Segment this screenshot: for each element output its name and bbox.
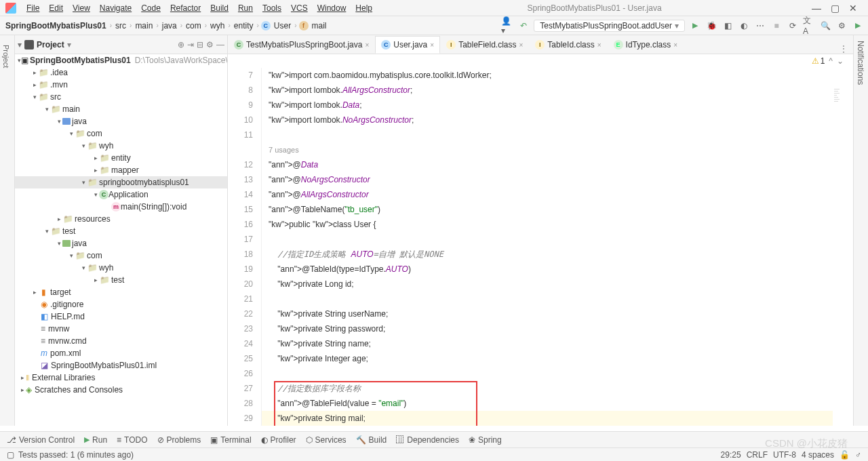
aix-icon[interactable]: ▶ xyxy=(852,20,864,32)
menu-vcs[interactable]: VCS xyxy=(286,3,313,13)
breadcrumb-item[interactable]: src xyxy=(114,20,127,31)
method-icon: m xyxy=(111,202,121,212)
main-menu-bar: File Edit View Navigate Code Refactor Bu… xyxy=(0,0,868,16)
tab-item[interactable]: ITableId.class× xyxy=(529,36,607,54)
breadcrumb-item[interactable]: java xyxy=(161,20,178,31)
app-logo xyxy=(5,3,16,14)
collapse-icon[interactable]: ⊟ xyxy=(197,40,203,49)
coverage-button[interactable]: ◧ xyxy=(722,20,734,32)
menu-refactor[interactable]: Refactor xyxy=(165,3,205,13)
class-icon: C xyxy=(261,21,271,31)
breadcrumb-class[interactable]: User xyxy=(273,20,292,31)
tab-item[interactable]: EIdType.class× xyxy=(608,36,684,54)
status-pos[interactable]: 29:25 xyxy=(721,450,741,460)
menu-help[interactable]: Help xyxy=(351,3,377,13)
window-controls: — ▢ ✕ xyxy=(812,3,857,14)
menu-file[interactable]: File xyxy=(22,3,44,13)
navigation-bar: SpringBootMybatisPlus01 ›src ›main ›java… xyxy=(0,16,868,35)
breadcrumb-item[interactable]: com xyxy=(184,20,203,31)
bt-profiler[interactable]: ◐ Profiler xyxy=(261,435,296,445)
menu-window[interactable]: Window xyxy=(313,3,351,13)
minimize-icon[interactable]: — xyxy=(812,3,821,14)
bt-version-control[interactable]: ⎇ Version Control xyxy=(7,435,75,445)
chevron-down-icon[interactable]: ▾ xyxy=(18,40,22,49)
tip-icon[interactable]: ♂ xyxy=(855,450,861,460)
tab-item[interactable]: ITableField.class× xyxy=(440,36,529,54)
expand-icon[interactable]: ⇥ xyxy=(187,40,194,49)
profile-button[interactable]: ◐ xyxy=(738,20,750,32)
minimap[interactable]: ▬▬▬▬▬▬▬▬▬▬▬▬▬▬▬▬▬▬▬▬▬▬▬ xyxy=(833,68,853,426)
left-tool-strip: Project Structure Bookmarks xyxy=(0,35,15,426)
breadcrumb-item[interactable]: entity xyxy=(233,20,255,31)
breadcrumb: SpringBootMybatisPlus01 ›src ›main ›java… xyxy=(4,20,501,31)
warning-badge[interactable]: ⚠1 xyxy=(812,56,825,66)
chevron-up-icon[interactable]: ^ xyxy=(829,56,833,66)
window-title: SpringBootMybatisPlus01 - User.java xyxy=(377,3,812,13)
tab-notifications[interactable]: Notifications xyxy=(854,38,867,426)
hide-icon[interactable]: — xyxy=(216,40,224,49)
chevron-down-icon[interactable]: ⌄ xyxy=(837,56,844,66)
bt-services[interactable]: ⬡ Services xyxy=(306,435,347,445)
project-label: Project xyxy=(37,40,64,49)
more-run-icon[interactable]: ⋯ xyxy=(754,20,766,32)
tab-project[interactable]: Project xyxy=(0,41,12,426)
project-tree[interactable]: ▣SpringBootMybatisPlus01D:\Tools\JavaWor… xyxy=(15,54,227,426)
menu-edit[interactable]: Edit xyxy=(44,3,68,13)
select-opened-icon[interactable]: ⊕ xyxy=(178,40,184,49)
bt-problems[interactable]: ⊘ Problems xyxy=(157,435,201,445)
breadcrumb-root[interactable]: SpringBootMybatisPlus01 xyxy=(4,20,108,31)
menu-run[interactable]: Run xyxy=(233,3,258,13)
breadcrumb-item[interactable]: wyh xyxy=(209,20,226,31)
settings-icon[interactable]: ⚙ xyxy=(835,20,848,32)
back-icon[interactable]: ↶ xyxy=(517,20,530,32)
user-icon[interactable]: 👤▾ xyxy=(501,20,513,32)
breadcrumb-item[interactable]: main xyxy=(134,20,154,31)
menu-view[interactable]: View xyxy=(68,3,95,13)
right-tool-strip: Notifications aiXcoder Json Parser Fast … xyxy=(853,35,868,426)
tab-overflow-icon[interactable]: ⋮ xyxy=(834,44,853,54)
status-bar: ▢ Tests passed: 1 (6 minutes ago) 29:25 … xyxy=(0,447,868,461)
bt-spring[interactable]: ❀ Spring xyxy=(469,435,502,445)
stop-button[interactable]: ■ xyxy=(770,20,783,32)
debug-button[interactable]: 🐞 xyxy=(705,20,717,32)
project-view-icon xyxy=(24,40,34,49)
field-icon: f xyxy=(299,21,309,31)
menu-tools[interactable]: Tools xyxy=(258,3,286,13)
class-icon: C xyxy=(99,190,108,199)
bottom-tool-bar: ⎇ Version Control ▶ Run ≡ TODO ⊘ Problem… xyxy=(0,431,868,447)
bt-build[interactable]: 🔨 Build xyxy=(356,435,387,445)
menu-code[interactable]: Code xyxy=(136,3,165,13)
maximize-icon[interactable]: ▢ xyxy=(831,3,840,14)
run-button[interactable]: ▶ xyxy=(689,20,701,32)
bt-deps[interactable]: ⿲ Dependencies xyxy=(396,435,459,445)
bt-todo[interactable]: ≡ TODO xyxy=(117,435,147,445)
status-indicator-icon[interactable]: ▢ xyxy=(7,450,14,460)
bt-run[interactable]: ▶ Run xyxy=(84,435,107,445)
menu-build[interactable]: Build xyxy=(205,3,233,13)
menu-navigate[interactable]: Navigate xyxy=(95,3,136,13)
lock-icon[interactable]: 🔓 xyxy=(840,450,850,460)
status-indent[interactable]: 4 spaces xyxy=(802,450,834,460)
bt-terminal[interactable]: ▣ Terminal xyxy=(210,435,251,445)
code-editor[interactable]: 7891011 12131415161718192021222324252627… xyxy=(228,68,853,426)
status-enc[interactable]: UTF-8 xyxy=(773,450,796,460)
status-message: Tests passed: 1 (6 minutes ago) xyxy=(18,450,134,460)
breadcrumb-field[interactable]: mail xyxy=(311,20,328,31)
translate-icon[interactable]: 文A xyxy=(803,20,815,32)
status-crlf[interactable]: CRLF xyxy=(747,450,768,460)
tab-item-active[interactable]: CUser.java× xyxy=(375,36,440,54)
run-config-selector[interactable]: TestMybatisPlusSpringBoot.addUser ▾ xyxy=(534,20,685,32)
git-update-icon[interactable]: ⟳ xyxy=(787,20,799,32)
editor-tabs: CTestMybatisPlusSpringBoot.java× CUser.j… xyxy=(228,35,853,54)
tab-item[interactable]: CTestMybatisPlusSpringBoot.java× xyxy=(228,36,375,54)
close-icon[interactable]: ✕ xyxy=(849,3,857,14)
settings-icon[interactable]: ⚙ xyxy=(206,40,214,49)
project-panel: ▾ Project ▾ ⊕ ⇥ ⊟ ⚙ — ▣SpringBootMybatis… xyxy=(15,35,228,426)
search-icon[interactable]: 🔍 xyxy=(819,20,831,32)
